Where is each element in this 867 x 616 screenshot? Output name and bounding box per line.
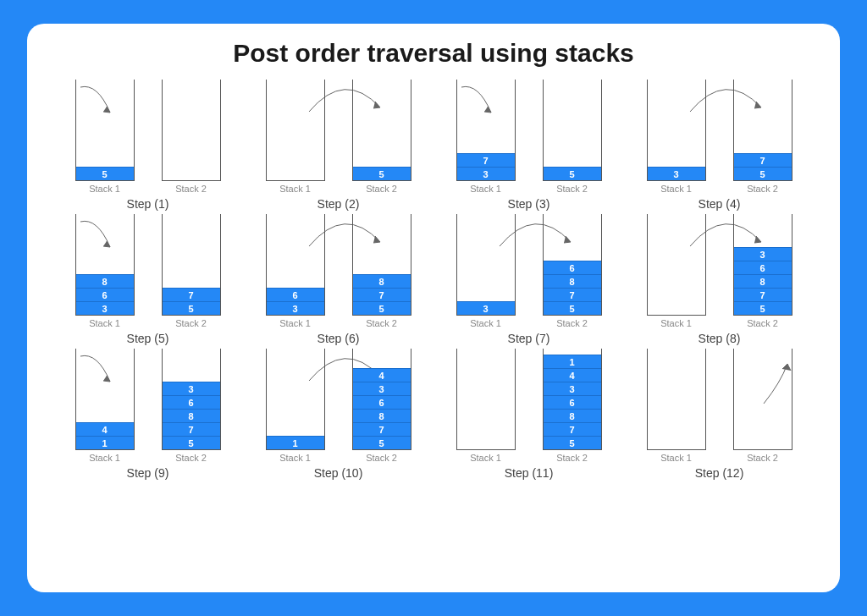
step-3: 73Stack 15Stack 2Step (3) — [434, 76, 624, 211]
stack-label: Stack 2 — [556, 453, 588, 463]
stack-container: 36875 — [162, 349, 221, 450]
stack-cell: 4 — [353, 368, 411, 382]
step-9: 41Stack 136875Stack 2Step (9) — [52, 345, 243, 480]
stack-pair: 863Stack 175Stack 2 — [58, 214, 238, 328]
stack-wrap: 863Stack 1 — [75, 214, 135, 328]
stack-container: 75 — [162, 214, 221, 316]
stack-container: 63 — [266, 214, 325, 316]
stack-container: 3 — [456, 214, 516, 316]
stack-wrap: 5Stack 1 — [75, 80, 135, 194]
step-label: Step (3) — [508, 197, 550, 211]
stack-label: Stack 2 — [556, 184, 588, 194]
step-2: Stack 15Stack 2Step (2) — [243, 76, 434, 211]
stack-pair: 5Stack 1Stack 2 — [58, 80, 238, 194]
step-label: Step (7) — [508, 332, 550, 345]
step-label: Step (10) — [314, 466, 363, 480]
stack-label: Stack 2 — [366, 184, 397, 194]
stack-cell: 3 — [267, 301, 324, 315]
diagram-canvas: Post order traversal using stacks 5Stack… — [27, 24, 840, 592]
stack-wrap: Stack 1 — [647, 349, 706, 463]
stack-wrap: 5Stack 2 — [352, 80, 411, 194]
stack-wrap: Stack 2 — [733, 349, 792, 463]
stack-container: 436875 — [352, 349, 411, 450]
stack-container: 6875 — [543, 214, 602, 316]
stack-cell: 7 — [544, 422, 601, 436]
stack-wrap: 75Stack 2 — [733, 80, 792, 194]
stack-pair: 73Stack 15Stack 2 — [439, 80, 619, 194]
stack-label: Stack 2 — [175, 184, 207, 194]
step-8: Stack 136875Stack 2Step (8) — [624, 211, 815, 345]
stack-container: 5 — [543, 80, 602, 181]
stack-cell: 1 — [76, 436, 134, 449]
stack-cell: 3 — [353, 382, 411, 395]
stack-cell: 1 — [544, 355, 601, 368]
step-12: Stack 1Stack 2Step (12) — [624, 345, 815, 480]
stack-pair: 41Stack 136875Stack 2 — [58, 349, 238, 463]
stack-cell: 7 — [457, 153, 515, 167]
stack-wrap: 436875Stack 2 — [352, 349, 411, 463]
stack-cell: 3 — [734, 247, 792, 261]
step-label: Step (6) — [318, 332, 360, 345]
step-7: 3Stack 16875Stack 2Step (7) — [434, 211, 624, 345]
stack-container — [266, 80, 325, 181]
stack-cell: 4 — [544, 368, 601, 382]
stack-label: Stack 1 — [660, 184, 692, 194]
stack-cell: 7 — [734, 153, 792, 167]
stack-label: Stack 2 — [175, 453, 207, 463]
stack-container — [647, 214, 706, 316]
stack-container: 36875 — [733, 214, 792, 316]
stack-wrap: Stack 2 — [162, 80, 221, 194]
stack-label: Stack 2 — [747, 318, 778, 328]
stack-wrap: 5Stack 2 — [543, 80, 602, 194]
step-6: 63Stack 1875Stack 2Step (6) — [243, 211, 434, 345]
stack-label: Stack 2 — [366, 318, 397, 328]
stack-wrap: 63Stack 1 — [266, 214, 325, 328]
stack-cell: 3 — [76, 301, 134, 315]
stack-cell: 5 — [734, 167, 792, 180]
stack-cell: 6 — [544, 261, 601, 274]
stack-container: 875 — [352, 214, 411, 316]
stack-cell: 5 — [734, 301, 792, 315]
stack-cell: 6 — [267, 288, 324, 301]
stack-cell: 7 — [544, 288, 601, 301]
stack-cell: 5 — [163, 301, 220, 315]
stack-cell: 3 — [163, 382, 220, 395]
stack-label: Stack 1 — [89, 184, 120, 194]
stack-label: Stack 2 — [747, 453, 778, 463]
stack-wrap: 36875Stack 2 — [162, 349, 221, 463]
stack-label: Stack 1 — [660, 453, 692, 463]
step-1: 5Stack 1Stack 2Step (1) — [52, 76, 243, 211]
stack-cell: 8 — [76, 274, 134, 288]
stack-cell: 5 — [544, 167, 601, 180]
stack-cell: 5 — [544, 301, 601, 315]
step-label: Step (2) — [318, 197, 360, 211]
stack-cell: 7 — [353, 288, 411, 301]
stack-label: Stack 1 — [279, 453, 311, 463]
stack-cell: 3 — [544, 382, 601, 395]
page-title: Post order traversal using stacks — [52, 39, 815, 68]
stack-cell: 5 — [76, 167, 134, 180]
stack-label: Stack 1 — [89, 318, 120, 328]
stack-cell: 3 — [648, 167, 705, 180]
stack-wrap: 41Stack 1 — [75, 349, 135, 463]
stack-cell: 5 — [353, 301, 411, 315]
stack-container — [733, 349, 792, 450]
stack-wrap: 6875Stack 2 — [543, 214, 602, 328]
stack-wrap: 73Stack 1 — [456, 80, 516, 194]
stack-cell: 8 — [544, 274, 601, 288]
stack-cell: 7 — [163, 422, 220, 436]
stack-cell: 5 — [353, 436, 411, 449]
stack-label: Stack 1 — [660, 318, 692, 328]
step-4: 3Stack 175Stack 2Step (4) — [624, 76, 815, 211]
stack-wrap: 36875Stack 2 — [733, 214, 792, 328]
stack-wrap: 1Stack 1 — [266, 349, 325, 463]
step-5: 863Stack 175Stack 2Step (5) — [52, 211, 243, 345]
stack-cell: 7 — [163, 288, 220, 301]
step-label: Step (11) — [505, 466, 554, 480]
stack-label: Stack 1 — [279, 318, 311, 328]
stack-cell: 7 — [353, 422, 411, 436]
stack-cell: 5 — [163, 436, 220, 449]
step-label: Step (8) — [699, 332, 741, 345]
stack-wrap: Stack 1 — [456, 349, 516, 463]
stack-cell: 8 — [353, 274, 411, 288]
